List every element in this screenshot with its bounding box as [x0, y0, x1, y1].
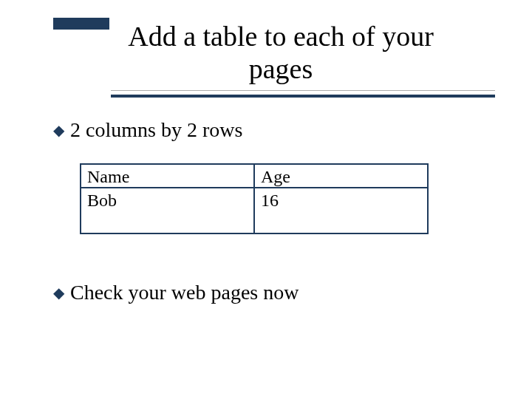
- example-table: Name Age Bob 16: [80, 163, 429, 234]
- accent-bar: [53, 18, 109, 30]
- bullet-list: ◆ Check your web pages now: [53, 281, 482, 318]
- slide: Add a table to each of your pages ◆ 2 co…: [0, 0, 532, 399]
- slide-title: Add a table to each of your pages: [111, 21, 451, 85]
- table-cell-name-value: Bob: [81, 188, 254, 233]
- slide-title-wrap: Add a table to each of your pages: [111, 21, 451, 89]
- title-rule: [111, 95, 495, 98]
- bullet-list: ◆ 2 columns by 2 rows: [53, 118, 482, 155]
- bullet-text: 2 columns by 2 rows: [70, 118, 242, 142]
- diamond-bullet-icon: ◆: [53, 118, 64, 142]
- table-cell-age-value: 16: [254, 188, 428, 233]
- bullet-text: Check your web pages now: [70, 281, 299, 304]
- bullet-item: ◆ Check your web pages now: [53, 281, 482, 304]
- table-cell-age-header: Age: [254, 164, 428, 188]
- table-cell-name-header: Name: [81, 164, 254, 188]
- table-row: Bob 16: [81, 188, 428, 233]
- diamond-bullet-icon: ◆: [53, 281, 64, 304]
- bullet-item: ◆ 2 columns by 2 rows: [53, 118, 482, 142]
- title-rule-thin: [111, 90, 495, 91]
- table-row: Name Age: [81, 164, 428, 188]
